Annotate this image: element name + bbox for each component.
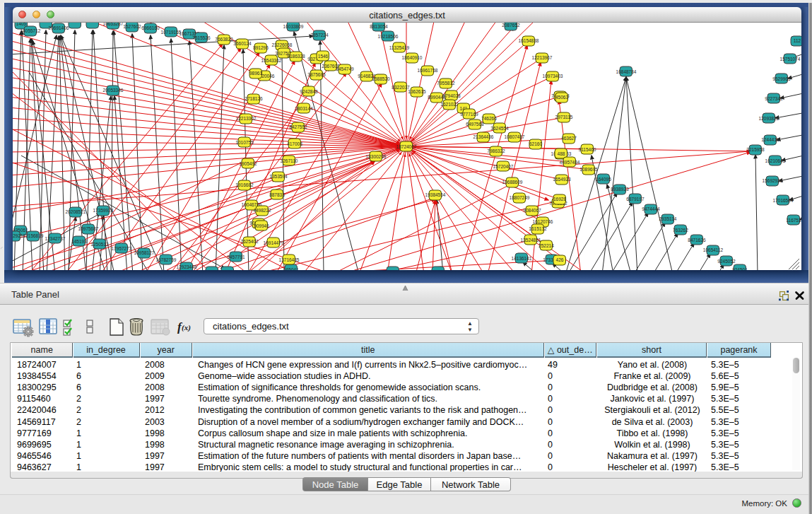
svg-text:15692921: 15692921 — [763, 178, 783, 183]
svg-text:16928: 16928 — [553, 197, 566, 201]
svg-text:145193: 145193 — [71, 239, 87, 244]
svg-text:8427552: 8427552 — [289, 124, 307, 129]
svg-text:(x): (x) — [182, 323, 191, 332]
svg-text:2087652: 2087652 — [502, 23, 520, 28]
svg-text:8938923: 8938923 — [611, 187, 629, 192]
svg-text:891295: 891295 — [253, 45, 269, 50]
svg-text:12923448: 12923448 — [177, 264, 197, 269]
svg-text:10973403: 10973403 — [543, 74, 563, 78]
svg-text:6879197: 6879197 — [626, 197, 645, 201]
svg-text:18300295: 18300295 — [366, 154, 387, 159]
svg-text:165041: 165041 — [283, 267, 299, 270]
svg-text:887833: 887833 — [269, 192, 285, 197]
svg-text:7625402: 7625402 — [240, 239, 259, 244]
svg-text:2803144: 2803144 — [295, 106, 313, 111]
svg-text:6794028: 6794028 — [442, 93, 461, 98]
svg-text:16210643: 16210643 — [765, 158, 786, 163]
svg-text:8813054: 8813054 — [370, 24, 388, 29]
svg-text:10719155: 10719155 — [161, 30, 182, 35]
svg-text:12156819: 12156819 — [23, 233, 44, 238]
svg-text:9474444: 9474444 — [642, 206, 660, 211]
svg-text:6966160: 6966160 — [141, 25, 160, 30]
svg-text:2935114: 2935114 — [659, 216, 677, 221]
svg-text:44957484: 44957484 — [560, 160, 580, 165]
svg-text:10807487: 10807487 — [505, 134, 525, 139]
svg-text:18724007: 18724007 — [396, 144, 417, 149]
svg-text:20691406: 20691406 — [49, 25, 69, 30]
svg-text:21364436: 21364436 — [473, 134, 494, 139]
svg-text:20208521: 20208521 — [66, 209, 86, 214]
svg-text:19218506: 19218506 — [378, 34, 399, 39]
svg-text:1588520: 1588520 — [372, 76, 390, 81]
svg-text:1362615: 1362615 — [408, 89, 426, 94]
svg-text:763262: 763262 — [673, 228, 688, 233]
svg-text:1250513: 1250513 — [90, 242, 109, 247]
svg-text:16154838: 16154838 — [519, 38, 539, 43]
svg-text:1916682: 1916682 — [235, 182, 254, 187]
svg-text:426: 426 — [556, 257, 564, 262]
svg-text:8471626: 8471626 — [688, 238, 706, 243]
svg-text:116753: 116753 — [786, 218, 801, 223]
svg-text:1654923: 1654923 — [553, 177, 571, 182]
svg-text:13524851: 13524851 — [521, 238, 541, 243]
svg-text:112: 112 — [794, 38, 801, 43]
svg-text:7986322: 7986322 — [487, 148, 505, 153]
svg-text:6497568: 6497568 — [466, 122, 484, 127]
svg-text:12213302: 12213302 — [236, 116, 257, 121]
svg-text:1405: 1405 — [16, 23, 27, 26]
svg-text:7857224: 7857224 — [310, 33, 329, 37]
svg-text:1527602: 1527602 — [123, 24, 141, 29]
svg-text:17957273: 17957273 — [112, 246, 132, 251]
svg-text:746266: 746266 — [481, 116, 497, 121]
svg-text:16543362: 16543362 — [261, 58, 282, 63]
svg-text:164095: 164095 — [596, 177, 611, 182]
svg-text:16914479: 16914479 — [264, 240, 284, 245]
svg-text:7955812: 7955812 — [437, 81, 455, 86]
svg-text:3267110: 3267110 — [281, 158, 298, 163]
svg-text:16120746: 16120746 — [533, 219, 553, 224]
svg-text:909946: 909946 — [254, 223, 269, 228]
svg-text:8186328: 8186328 — [287, 54, 305, 59]
svg-text:11325419: 11325419 — [389, 45, 410, 50]
svg-text:18807249: 18807249 — [510, 195, 530, 200]
svg-text:16961758: 16961758 — [418, 68, 438, 73]
svg-text:3912921: 3912921 — [13, 233, 23, 238]
svg-text:15720407: 15720407 — [493, 164, 514, 169]
svg-text:3624554: 3624554 — [490, 126, 509, 131]
svg-text:9457791: 9457791 — [227, 255, 245, 259]
svg-text:16848784: 16848784 — [616, 69, 637, 74]
svg-text:18640910: 18640910 — [402, 55, 423, 60]
svg-text:45063: 45063 — [555, 95, 568, 100]
svg-text:7663822: 7663822 — [215, 37, 233, 42]
svg-text:16033809: 16033809 — [283, 24, 304, 29]
svg-text:19384554: 19384554 — [425, 192, 446, 197]
svg-text:3875685: 3875685 — [307, 72, 326, 77]
svg-text:463627: 463627 — [561, 136, 577, 141]
svg-text:1089695: 1089695 — [579, 167, 598, 172]
svg-text:9084067: 9084067 — [523, 208, 541, 213]
svg-text:252214: 252214 — [539, 243, 554, 248]
svg-text:7515526: 7515526 — [192, 35, 211, 40]
svg-text:3215958: 3215958 — [746, 147, 765, 152]
svg-text:17359924: 17359924 — [93, 208, 114, 213]
svg-text:15751074: 15751074 — [780, 57, 801, 62]
svg-text:9115460: 9115460 — [579, 147, 596, 152]
svg-text:23226058: 23226058 — [272, 42, 293, 47]
svg-text:1353594: 1353594 — [269, 174, 288, 179]
svg-text:10975687: 10975687 — [78, 226, 99, 231]
svg-text:2973115: 2973115 — [555, 115, 573, 119]
svg-text:14136141: 14136141 — [512, 256, 532, 261]
svg-text:488: 488 — [558, 151, 565, 156]
svg-text:3660124: 3660124 — [233, 41, 252, 46]
svg-text:10653287: 10653287 — [103, 23, 124, 26]
svg-text:62160: 62160 — [529, 141, 542, 146]
svg-text:1905492: 1905492 — [239, 161, 257, 166]
svg-text:8322037: 8322037 — [392, 85, 410, 90]
svg-text:12093822: 12093822 — [759, 116, 779, 121]
svg-text:9245052: 9245052 — [717, 259, 736, 264]
svg-text:1546: 1546 — [318, 54, 329, 59]
svg-text:17016504: 17016504 — [773, 198, 794, 203]
svg-text:12342737: 12342737 — [45, 236, 66, 241]
svg-text:9777169: 9777169 — [460, 112, 478, 117]
svg-text:1615132: 1615132 — [529, 226, 547, 231]
